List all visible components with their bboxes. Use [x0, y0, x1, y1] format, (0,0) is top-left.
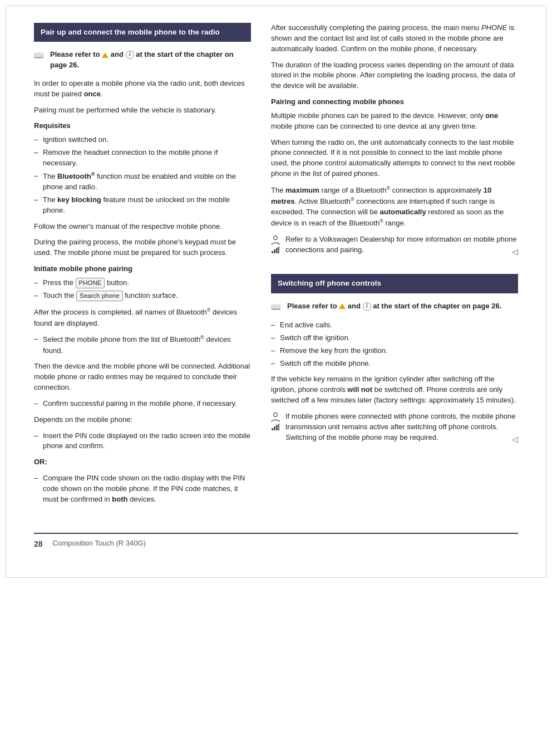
or-label: OR:: [34, 457, 251, 468]
confirm-list: Confirm successful pairing in the mobile…: [34, 399, 251, 409]
list-item: Select the mobile phone from the list of…: [34, 334, 251, 356]
loading-text: The duration of the loading process vari…: [271, 60, 518, 92]
info-text-2: If mobile phones were connected with pho…: [285, 411, 518, 445]
page-number: 28: [34, 538, 43, 549]
notice-box-1: 📖 Please refer to and i at the start of …: [34, 50, 251, 71]
list-item: The Bluetooth® function must be enabled …: [34, 171, 251, 193]
left-column: Pair up and connect the mobile phone to …: [34, 23, 251, 510]
svg-rect-7: [274, 426, 275, 430]
section2-steps: End active calls. Switch off the ignitio…: [271, 320, 518, 369]
list-item: Compare the PIN code shown on the radio …: [34, 473, 251, 505]
info-box-2: If mobile phones were connected with pho…: [271, 411, 518, 450]
during-text: During the pairing process, the mobile p…: [34, 237, 251, 258]
notice-text-2: Please refer to and i at the start of th…: [287, 301, 501, 312]
signal-bars-icon: [271, 247, 280, 253]
svg-rect-8: [276, 425, 278, 430]
person-icon: [271, 235, 280, 246]
svg-point-5: [274, 413, 278, 416]
compare-list: Compare the PIN code shown on the radio …: [34, 473, 251, 505]
list-item: Remove the headset connection to the mob…: [34, 148, 251, 169]
stationary-paragraph: Pairing must be performed while the vehi…: [34, 105, 251, 116]
list-item: Confirm successful pairing in the mobile…: [34, 399, 251, 409]
svg-rect-4: [278, 247, 279, 253]
list-item: The key blocking feature must be unlocke…: [34, 195, 251, 216]
svg-rect-6: [272, 428, 273, 430]
page: Pair up and connect the mobile phone to …: [6, 6, 546, 578]
svg-rect-3: [276, 248, 278, 253]
info-icon-group: [271, 235, 280, 253]
initiate-list: Press the PHONE button. Touch the Search…: [34, 278, 251, 302]
book-icon-2: 📖: [271, 301, 280, 312]
max-range-text: The maximum range of a Bluetooth® connec…: [271, 185, 518, 229]
book-icon: 📖: [34, 50, 43, 61]
person-icon-2: [271, 413, 280, 423]
requisites-list: Ignition switched on. Remove the headset…: [34, 135, 251, 215]
right-column: After successfully completing the pairin…: [271, 23, 518, 510]
initiate-title: Initiate mobile phone pairing: [34, 264, 251, 274]
list-item: Ignition switched on.: [34, 135, 251, 145]
pin-list: Insert the PIN code displayed on the rad…: [34, 431, 251, 452]
after-process-text: After the process is completed, all name…: [34, 307, 251, 328]
multiple-phones-text: Multiple mobile phones can be paired to …: [271, 111, 518, 132]
intro-paragraph: In order to operate a mobile phone via t…: [34, 78, 251, 100]
search-phone-button: Search phone: [76, 291, 123, 301]
signal-bars-icon-2: [271, 424, 280, 430]
list-item: Insert the PIN code displayed on the rad…: [34, 431, 251, 452]
section2-header: Switching off phone controls: [271, 274, 518, 293]
list-item: Remove the key from the ignition.: [271, 346, 518, 356]
warning-triangle-icon: [102, 52, 109, 58]
list-item: Touch the Search phone function surface.: [34, 291, 251, 301]
notice-box-2: 📖 Please refer to and i at the start of …: [271, 301, 518, 312]
when-turning-text: When turning the radio on, the unit auto…: [271, 138, 518, 179]
footer: 28 Composition Touch (R 340G): [34, 533, 518, 549]
info-circle-icon-2: i: [363, 302, 371, 311]
info-box-1: Refer to a Volkswagen Dealership for mor…: [271, 234, 518, 263]
svg-point-0: [274, 236, 278, 240]
svg-rect-2: [274, 249, 275, 253]
ignition-text: If the vehicle key remains in the igniti…: [271, 374, 518, 406]
follow-text: Follow the owner's manual of the respect…: [34, 222, 251, 232]
select-list: Select the mobile phone from the list of…: [34, 334, 251, 356]
back-arrow-2: ◁: [512, 434, 518, 445]
info-text-1: Refer to a Volkswagen Dealership for mor…: [285, 234, 518, 257]
list-item: End active calls.: [271, 320, 518, 331]
phone-button: PHONE: [76, 278, 105, 288]
requisites-title: Requisites: [34, 121, 251, 131]
list-item: Switch off the mobile phone.: [271, 359, 518, 369]
pairing-complete-text: After successfully completing the pairin…: [271, 23, 518, 55]
section1-header: Pair up and connect the mobile phone to …: [34, 23, 251, 42]
info-circle-icon: i: [126, 51, 134, 59]
depends-text: Depends on the mobile phone:: [34, 415, 251, 425]
pairing-connecting-title: Pairing and connecting mobile phones: [271, 97, 518, 107]
then-text: Then the device and the mobile phone wil…: [34, 361, 251, 393]
back-arrow-1: ◁: [512, 246, 518, 257]
list-item: Press the PHONE button.: [34, 278, 251, 288]
warning-triangle-icon-2: [339, 303, 346, 309]
footer-title: Composition Touch (R 340G): [53, 538, 146, 549]
svg-rect-9: [278, 424, 279, 430]
list-item: Switch off the ignition.: [271, 333, 518, 343]
svg-rect-1: [272, 251, 273, 253]
info-icon-group-2: [271, 413, 280, 430]
notice-text-1: Please refer to and i at the start of th…: [50, 50, 251, 71]
